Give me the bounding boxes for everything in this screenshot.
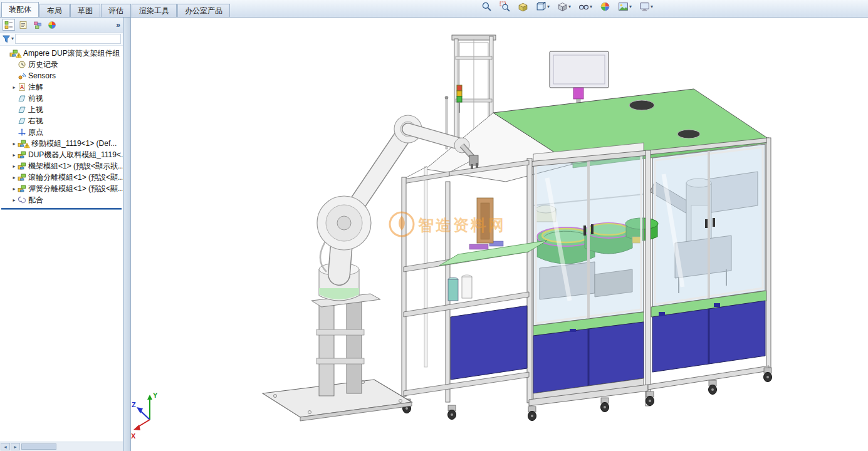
dropdown-arrow-icon[interactable]: ▾ (547, 4, 550, 9)
ribbon-tab-label: 装配体 (9, 4, 31, 15)
tree-item-label: 历史记录 (28, 60, 58, 70)
tree-item[interactable]: 原点 (0, 127, 123, 138)
configurationmanager-tab[interactable] (31, 19, 44, 31)
cart-section[interactable] (402, 160, 547, 402)
displaymanager-icon (48, 21, 56, 29)
dropdown-arrow-icon: ▾ (11, 36, 14, 41)
feature-manager-panel: » ▾ Ampere DUP滚筒支架组件组历史记录Sensors▸注解前视上视右… (0, 18, 123, 451)
zoom-fit-button[interactable] (479, 1, 494, 13)
tree-item[interactable]: ▸移動模組_1119<1> (Def... (0, 138, 123, 149)
propertymanager-tab[interactable] (17, 19, 29, 31)
ribbon-tab-label: 办公室产品 (185, 6, 222, 16)
front-window[interactable] (533, 143, 644, 326)
expand-arrow-icon[interactable]: ▸ (11, 85, 18, 90)
apply-scene-button[interactable]: ▾ (616, 1, 634, 13)
zoom-area-button[interactable] (498, 1, 512, 13)
expand-arrow-icon[interactable]: ▸ (11, 163, 18, 169)
triad-x-label: X (131, 432, 136, 440)
filter-button[interactable]: ▾ (2, 34, 14, 43)
expand-arrow-icon[interactable]: ▸ (11, 175, 18, 180)
displaymanager-tab[interactable] (46, 19, 58, 31)
assembly-icon (18, 162, 26, 170)
tree-item-label: 移動模組_1119<1> (Def... (31, 138, 117, 149)
tree-horizontal-scrollbar[interactable]: ◄ ► (0, 442, 123, 451)
display-style-button[interactable]: ▾ (555, 1, 573, 13)
tree-item[interactable]: 历史记录 (0, 59, 123, 70)
ribbon-tab-label: 评估 (108, 6, 123, 16)
zoom-fit-icon (481, 1, 492, 12)
edit-appearance-icon (600, 1, 610, 12)
cad-model[interactable]: 智造资料网 Y Z X (131, 18, 867, 451)
tree-item[interactable]: 右视 (0, 115, 123, 127)
ribbon-tab-label: 布局 (47, 6, 62, 16)
hide-show-items-button[interactable]: ▾ (577, 1, 594, 13)
robot-pedestal[interactable] (263, 294, 412, 421)
tree-item-label: Sensors (28, 71, 56, 80)
expand-arrow-icon[interactable]: ▸ (11, 141, 18, 147)
plane-icon (18, 105, 26, 114)
warning-icon (24, 142, 30, 148)
tree-item[interactable]: ▸彈簧分離模組<1> (預設<顯... (0, 183, 123, 194)
featuremanager-icon (4, 21, 13, 29)
tree-item-label: 滾輪分離模組<1> (預設<顯... (28, 172, 123, 183)
mates-icon (18, 195, 26, 204)
assembly-icon (18, 150, 26, 159)
section-view-button[interactable] (516, 1, 530, 13)
filter-input[interactable] (15, 34, 121, 44)
scroll-left-button[interactable]: ◄ (1, 443, 10, 450)
orientation-triad[interactable]: Y Z X (131, 391, 158, 440)
filter-bar: ▾ (0, 33, 123, 46)
robot-arm[interactable] (317, 115, 478, 301)
ribbon-tab-bar: 装配体 布局 草图 评估 渲染工具 办公室产品 ▾▾▾▾▾ (0, 0, 868, 18)
ribbon-tab[interactable]: 布局 (39, 4, 70, 17)
tree-item[interactable]: Ampere DUP滚筒支架组件组 (0, 48, 123, 59)
tree-item[interactable]: ▸機架模組<1> (預設<顯示狀... (0, 160, 123, 172)
assembly-icon (18, 173, 26, 182)
dropdown-arrow-icon[interactable]: ▾ (568, 4, 571, 9)
tree-item-label: 右视 (28, 116, 43, 127)
expand-arrow-icon[interactable]: ▸ (11, 152, 18, 158)
tree-item[interactable]: ▸注解 (0, 81, 123, 93)
dropdown-arrow-icon[interactable]: ▾ (629, 4, 632, 9)
right-window[interactable] (652, 144, 765, 307)
display-style-icon (557, 1, 568, 12)
view-settings-button[interactable]: ▾ (637, 1, 655, 13)
plane-icon (18, 94, 26, 103)
tree-item[interactable]: ▸DUP機器人取料模組_1119<... (0, 149, 123, 160)
dropdown-arrow-icon[interactable]: ▾ (590, 4, 592, 9)
scroll-right-button[interactable]: ► (11, 443, 20, 450)
featuremanager-tab[interactable] (3, 19, 15, 31)
tree-item-label: 機架模組<1> (預設<顯示狀... (28, 161, 123, 172)
tree-item[interactable]: ▸滾輪分離模組<1> (預設<顯... (0, 172, 123, 183)
dropdown-arrow-icon[interactable]: ▾ (651, 4, 653, 9)
ribbon-tab[interactable]: 草图 (70, 4, 100, 17)
electrical-box[interactable] (550, 51, 609, 104)
panel-expand-button[interactable]: » (116, 21, 120, 29)
ribbon-tab[interactable]: 装配体 (1, 2, 39, 17)
warning-icon (16, 52, 22, 58)
ribbon-tab-label: 草图 (78, 6, 93, 16)
panel-splitter[interactable] (123, 18, 131, 451)
zoom-area-icon (499, 1, 510, 12)
expand-arrow-icon[interactable]: ▸ (11, 197, 18, 203)
tree-item[interactable]: 上视 (0, 104, 123, 115)
view-orientation-button[interactable]: ▾ (534, 1, 552, 13)
annotations-icon (18, 83, 26, 91)
watermark: 智造资料网 (390, 212, 506, 236)
ribbon-tab[interactable]: 评估 (101, 4, 131, 17)
plane-icon (18, 117, 26, 125)
tree-item[interactable]: ▸配合 (0, 194, 123, 205)
edit-appearance-button[interactable] (598, 1, 612, 13)
scrollbar-thumb[interactable] (21, 443, 56, 450)
ribbon-tab[interactable]: 办公室产品 (177, 4, 230, 17)
tree-item-label: 彈簧分離模組<1> (預設<顯... (28, 184, 123, 194)
tree-item[interactable]: 前视 (0, 93, 123, 104)
rollback-bar[interactable] (1, 208, 122, 210)
tree-item[interactable]: Sensors (0, 70, 123, 81)
filter-funnel-icon (2, 34, 11, 43)
triad-z-label: Z (132, 401, 136, 408)
graphics-viewport[interactable]: 智造资料网 Y Z X (131, 18, 868, 451)
tree-item-label: 前视 (28, 93, 43, 104)
expand-arrow-icon[interactable]: ▸ (11, 186, 18, 192)
ribbon-tab[interactable]: 渲染工具 (132, 4, 177, 17)
